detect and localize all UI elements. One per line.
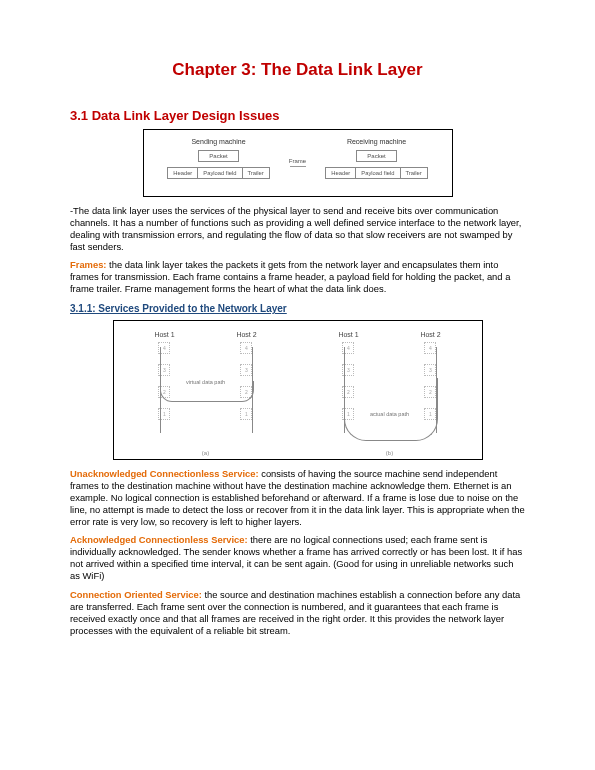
figure-services: Host 1 4321 Host 2 4321 virtual data pat… [113,320,483,460]
actual-path-label: actual data path [368,411,412,417]
subfigure-a: Host 1 4321 Host 2 4321 virtual data pat… [114,321,298,459]
frame-row: Header Payload field Trailer [167,167,269,179]
sublabel-b: (b) [298,450,482,456]
subfigure-b: Host 1 4321 Host 2 4321 actual data path… [298,321,482,459]
packet-box: Packet [198,150,238,162]
page: Chapter 3: The Data Link Layer 3.1 Data … [0,0,595,683]
sending-machine: Sending machine Packet Header Payload fi… [160,138,278,188]
paragraph-unack-connectionless: Unacknowledged Connectionless Service: c… [70,468,525,528]
host2-label-a: Host 2 [236,331,256,338]
text-frames: the data link layer takes the packets it… [70,259,510,294]
packet-box-2: Packet [356,150,396,162]
frame-trailer-2: Trailer [401,168,427,178]
subsection-3-1-1: 3.1.1: Services Provided to the Network … [70,303,525,314]
frame-row-2: Header Payload field Trailer [325,167,427,179]
paragraph-frames: Frames: the data link layer takes the pa… [70,259,525,295]
host1-label-b: Host 1 [338,331,358,338]
receiving-label: Receiving machine [347,138,406,145]
frame-header: Header [168,168,198,178]
chapter-title: Chapter 3: The Data Link Layer [70,60,525,80]
frame-header-2: Header [326,168,356,178]
frame-trailer: Trailer [243,168,269,178]
host1-label-a: Host 1 [154,331,174,338]
paragraph-ack-connectionless: Acknowledged Connectionless Service: the… [70,534,525,582]
term-unack-connectionless: Unacknowledged Connectionless Service: [70,468,259,479]
term-frames: Frames: [70,259,106,270]
sending-label: Sending machine [191,138,245,145]
figure-frame-structure: Sending machine Packet Header Payload fi… [143,129,453,197]
receiving-machine: Receiving machine Packet Header Payload … [318,138,436,188]
term-ack-connectionless: Acknowledged Connectionless Service: [70,534,248,545]
frame-payload-2: Payload field [356,168,400,178]
virtual-path-label: virtual data path [184,379,228,385]
paragraph-connection-oriented: Connection Oriented Service: the source … [70,589,525,637]
sublabel-a: (a) [114,450,298,456]
frame-label: Frame [289,158,306,164]
term-connection-oriented: Connection Oriented Service: [70,589,202,600]
section-title-3-1: 3.1 Data Link Layer Design Issues [70,108,525,123]
frame-payload: Payload field [198,168,242,178]
frame-arrow: Frame [285,138,311,188]
host2-label-b: Host 2 [420,331,440,338]
paragraph-intro: -The data link layer uses the services o… [70,205,525,253]
